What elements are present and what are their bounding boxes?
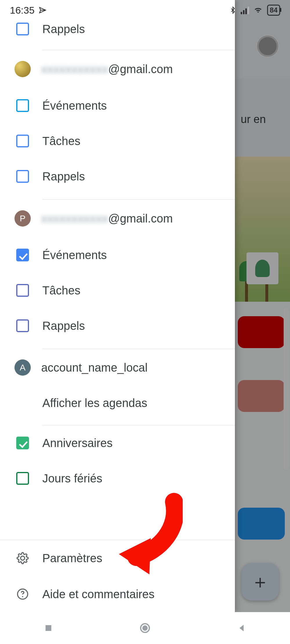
- account-header[interactable]: xxxxxxxxxxx@gmail.com: [0, 50, 235, 88]
- calendar-toggle-label: Tâches: [42, 284, 80, 297]
- checkbox[interactable]: [16, 99, 29, 112]
- calendar-toggle-row[interactable]: Rappels: [0, 308, 235, 343]
- nav-home-button[interactable]: [128, 619, 162, 637]
- calendar-toggle-label: Événements: [42, 249, 107, 262]
- svg-point-4: [142, 625, 148, 631]
- calendar-toggle-row[interactable]: Jours fériés: [0, 461, 235, 496]
- calendar-toggle-row[interactable]: Anniversaires: [0, 425, 235, 461]
- send-icon: [39, 6, 47, 14]
- svg-rect-2: [46, 625, 51, 631]
- account-email: account_name_local: [41, 361, 148, 374]
- checkbox[interactable]: [16, 170, 29, 183]
- help-feedback-row[interactable]: Aide et commentaires: [0, 576, 235, 612]
- show-calendars-label: Afficher les agendas: [42, 397, 147, 410]
- calendar-toggle-label: Tâches: [42, 135, 80, 148]
- account-email: xxxxxxxxxxx@gmail.com: [41, 63, 173, 76]
- nav-back-button[interactable]: [224, 619, 259, 637]
- calendar-toggle-row[interactable]: Événements: [0, 88, 235, 123]
- account-avatar: P: [14, 210, 31, 227]
- account-header[interactable]: P xxxxxxxxxxx@gmail.com: [0, 200, 235, 237]
- checkbox[interactable]: [16, 23, 29, 35]
- calendar-toggle-row[interactable]: Tâches: [0, 273, 235, 308]
- calendar-toggle-row[interactable]: Événements: [0, 237, 235, 273]
- calendar-toggle-label: Rappels: [42, 23, 85, 36]
- checkbox[interactable]: [16, 319, 29, 332]
- nav-recents-button[interactable]: [31, 619, 66, 637]
- calendar-toggle-row[interactable]: Rappels: [0, 159, 235, 194]
- checkbox-checked[interactable]: [16, 437, 29, 449]
- calendar-toggle-label: Rappels: [42, 319, 85, 332]
- gear-icon: [16, 552, 29, 565]
- navigation-drawer: Rappels xxxxxxxxxxx@gmail.com Événements…: [0, 0, 235, 612]
- battery-indicator: 84: [267, 5, 280, 16]
- show-calendars-row[interactable]: Afficher les agendas: [0, 386, 235, 420]
- drawer-footer: Paramètres Aide et commentaires: [0, 540, 235, 612]
- cell-signal-icon: [241, 6, 249, 14]
- calendar-toggle-label: Anniversaires: [42, 437, 113, 450]
- calendar-toggle-label: Jours fériés: [42, 472, 102, 485]
- settings-row[interactable]: Paramètres: [0, 540, 235, 576]
- checkbox[interactable]: [16, 135, 29, 147]
- status-bar: 16:35 84: [0, 0, 290, 20]
- calendar-toggle-label: Événements: [42, 99, 107, 112]
- checkbox-checked[interactable]: [16, 249, 29, 261]
- checkbox[interactable]: [16, 472, 29, 485]
- account-avatar: A: [14, 359, 31, 376]
- calendar-toggle-row[interactable]: Rappels: [0, 17, 235, 41]
- calendar-toggle-label: Rappels: [42, 170, 85, 183]
- android-nav-bar: [0, 612, 290, 644]
- account-header[interactable]: A account_name_local: [0, 349, 235, 386]
- svg-point-1: [22, 596, 23, 597]
- settings-label: Paramètres: [42, 552, 102, 565]
- bluetooth-icon: [229, 5, 237, 15]
- wifi-icon: [253, 6, 263, 14]
- status-time: 16:35: [10, 5, 35, 16]
- calendar-toggle-row[interactable]: Tâches: [0, 123, 235, 159]
- help-label: Aide et commentaires: [42, 588, 155, 601]
- checkbox[interactable]: [16, 284, 29, 297]
- account-email: xxxxxxxxxxx@gmail.com: [41, 212, 173, 225]
- help-icon: [16, 588, 29, 600]
- account-avatar: [14, 61, 31, 77]
